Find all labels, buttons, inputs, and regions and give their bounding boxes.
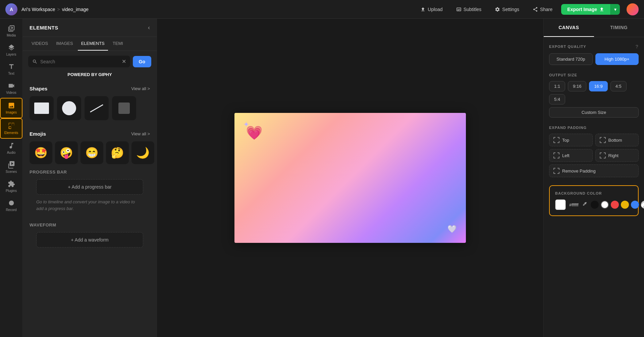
color-swatches [591, 201, 644, 209]
swatch-yellow[interactable] [621, 201, 629, 209]
standard-quality-button[interactable]: Standard 720p [549, 53, 593, 65]
export-quality-section: EXPORT QUALITY ? Standard 720p High 1080… [549, 44, 639, 65]
swatch-black[interactable] [591, 201, 599, 209]
padding-right-icon [600, 152, 606, 158]
emojis-view-all[interactable]: View all > [131, 131, 150, 136]
output-size-label: OUTPUT SIZE [549, 73, 639, 77]
search-input[interactable] [40, 59, 119, 64]
canvas-wrapper: ✦ 💗 🤍 [234, 113, 466, 243]
remove-padding-button[interactable]: Remove Padding [549, 164, 639, 177]
emoji-thinking[interactable]: 🤔 [106, 141, 129, 164]
sidebar-item-audio[interactable]: Audio [0, 139, 22, 158]
size-5-4[interactable]: 5:4 [549, 94, 565, 105]
canvas-area: ✦ 💗 🤍 [157, 19, 543, 337]
add-progress-bar-button[interactable]: + Add a progress bar [36, 179, 143, 195]
tab-images[interactable]: IMAGES [53, 37, 76, 51]
padding-left-button[interactable]: Left [549, 149, 593, 162]
shape-circle[interactable] [57, 96, 81, 120]
export-dropdown-button[interactable]: ▾ [610, 4, 620, 15]
shape-rectangle[interactable] [30, 96, 54, 120]
size-4-5[interactable]: 4:5 [610, 81, 627, 91]
background-color-label: BACKGROUND COLOR [555, 191, 633, 195]
shapes-title: Shapes [30, 86, 47, 91]
padding-right-button[interactable]: Right [595, 149, 639, 162]
canvas-frame[interactable]: ✦ 💗 🤍 [234, 113, 466, 243]
search-clear-button[interactable]: ✕ [122, 58, 126, 65]
eyedropper-icon [582, 201, 587, 207]
emojis-grid: 🤩 🤪 😁 🤔 🌙 [30, 141, 150, 164]
subtitles-icon [456, 7, 462, 12]
export-button[interactable]: Export Image [561, 4, 610, 15]
size-1-1[interactable]: 1:1 [549, 81, 565, 91]
tab-canvas[interactable]: CANVAS [544, 19, 594, 37]
progress-bar-title: PROGRESS BAR [30, 170, 67, 175]
eyedropper-button[interactable] [582, 201, 587, 208]
swatch-white[interactable] [601, 201, 609, 209]
upload-icon [420, 7, 426, 12]
emoji-crescent[interactable]: 🌙 [131, 141, 154, 164]
tab-videos[interactable]: VIDEOS [28, 37, 51, 51]
panel-title: ELEMENTS [30, 25, 58, 30]
svg-point-0 [9, 201, 14, 206]
add-waveform-button[interactable]: + Add a waveform [36, 232, 143, 248]
sidebar-item-media[interactable]: Media [0, 21, 22, 41]
tab-timing[interactable]: TIMING [594, 19, 644, 37]
panel-close-button[interactable]: ‹ [148, 24, 150, 31]
videos-icon [8, 82, 15, 89]
sidebar-item-plugins[interactable]: Plugins [0, 177, 22, 196]
upload-button[interactable]: Upload [416, 4, 447, 14]
progress-bar-header: PROGRESS BAR [30, 170, 150, 175]
remove-padding-icon [553, 168, 559, 174]
size-16-9[interactable]: 16:9 [589, 81, 607, 91]
quality-options: Standard 720p High 1080p+ [549, 53, 639, 65]
padding-left-icon [553, 152, 559, 158]
subtitles-button[interactable]: Subtitles [451, 4, 486, 14]
high-quality-button[interactable]: High 1080p+ [595, 53, 639, 65]
text-icon [8, 63, 15, 70]
sidebar-item-videos[interactable]: Videos [0, 79, 22, 98]
avatar[interactable] [627, 3, 639, 15]
share-button[interactable]: Share [528, 4, 557, 14]
swatch-red[interactable] [611, 201, 619, 209]
padding-top-icon [553, 137, 559, 143]
export-quality-help[interactable]: ? [635, 44, 639, 49]
emoji-star-struck[interactable]: 🤩 [30, 141, 52, 164]
tab-temi[interactable]: TEMI [109, 37, 126, 51]
settings-button[interactable]: Settings [490, 4, 524, 14]
search-row: ✕ Go [23, 51, 157, 72]
main-layout: Media Layers Text Videos Images Elements… [0, 19, 644, 337]
emoji-zany[interactable]: 🤪 [55, 141, 78, 164]
giphy-badge: POWERED BY GIPHY [23, 72, 157, 80]
share-icon [533, 7, 538, 12]
expand-padding-section: EXPAND PADDING Top Bottom Left [549, 126, 639, 177]
tab-elements[interactable]: ELEMENTS [78, 37, 108, 51]
background-color-section: BACKGROUND COLOR #ffffff [549, 185, 639, 216]
sidebar-item-text[interactable]: Text [0, 60, 22, 79]
sidebar-item-elements[interactable]: Elements [0, 118, 22, 139]
shape-line[interactable] [85, 96, 109, 120]
custom-size-button[interactable]: Custom Size [549, 107, 639, 118]
right-panel: CANVAS TIMING EXPORT QUALITY ? Standard … [543, 19, 644, 337]
sidebar-item-scenes[interactable]: Scenes [0, 158, 22, 177]
sidebar-item-layers[interactable]: Layers [0, 41, 22, 60]
progress-bar-section: PROGRESS BAR + Add a progress bar Go to … [23, 170, 157, 222]
swatch-transparent[interactable] [641, 201, 644, 209]
emoji-grin[interactable]: 😁 [80, 141, 103, 164]
go-button[interactable]: Go [133, 56, 151, 67]
shapes-header: Shapes View all > [30, 86, 150, 91]
workspace-link[interactable]: Ari's Workspace [21, 7, 55, 12]
project-name: video_image [62, 7, 89, 12]
padding-bottom-button[interactable]: Bottom [595, 134, 639, 146]
sidebar-item-record[interactable]: Record [0, 196, 22, 215]
sidebar-item-images[interactable]: Images [0, 98, 22, 118]
swatch-blue[interactable] [631, 201, 639, 209]
topbar: A Ari's Workspace > video_image Upload S… [0, 0, 644, 19]
color-preview[interactable] [555, 199, 566, 210]
shape-more[interactable] [112, 96, 136, 120]
shapes-view-all[interactable]: View all > [131, 86, 150, 91]
size-9-16[interactable]: 9:16 [568, 81, 586, 91]
padding-top-button[interactable]: Top [549, 134, 593, 146]
output-size-section: OUTPUT SIZE 1:1 9:16 16:9 4:5 5:4 Custom… [549, 73, 639, 118]
waveform-header: WAVEFORM [30, 222, 150, 227]
media-icon [8, 25, 15, 32]
